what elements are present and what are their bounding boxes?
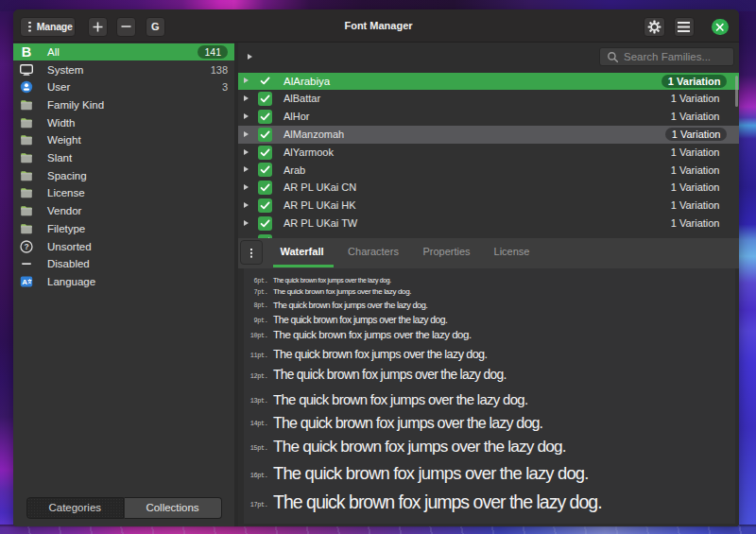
svg-text:A: A	[22, 278, 27, 286]
svg-text:?: ?	[24, 242, 28, 251]
